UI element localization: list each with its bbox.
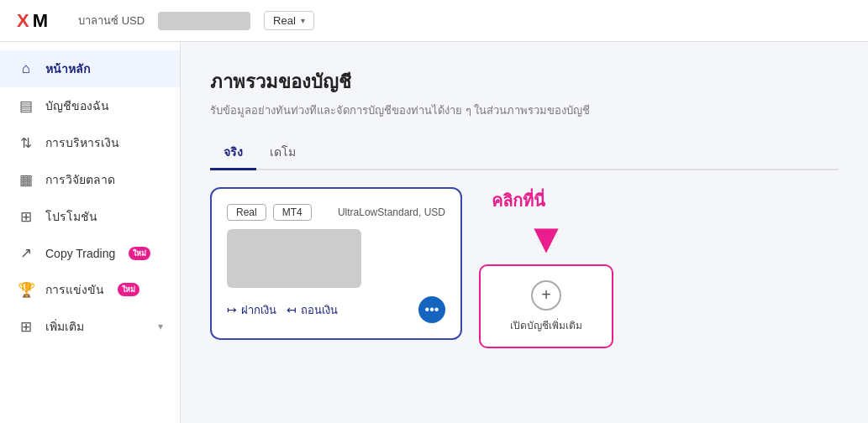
finance-icon: ⇅: [17, 134, 35, 152]
main-layout: ⌂ หน้าหลัก ▤ บัญชีของฉัน ⇅ การบริหารเงิน…: [0, 42, 868, 423]
more-options-button[interactable]: •••: [418, 296, 445, 323]
card-balance-placeholder: [227, 229, 361, 288]
sidebar-item-contest[interactable]: 🏆 การแข่งขัน ใหม่: [0, 271, 180, 308]
logo-x: X: [17, 10, 29, 32]
card-actions: ↦ ฝากเงิน ↤ ถอนเงิน •••: [227, 296, 445, 323]
chevron-down-icon: ▾: [301, 16, 305, 25]
withdraw-label: ถอนเงิน: [301, 301, 338, 319]
add-account-card[interactable]: + เปิดบัญชีเพิ่มเติม: [479, 264, 613, 348]
logo: XM: [17, 10, 48, 32]
tabs: จริง เดโม: [210, 136, 839, 170]
sidebar-item-copytrading[interactable]: ↗ Copy Trading ใหม่: [0, 235, 180, 271]
plus-label: +: [541, 285, 551, 305]
sidebar-item-label: Copy Trading: [45, 247, 115, 260]
click-here-label: คลิกที่นี่: [492, 187, 545, 214]
sidebar-item-label: การบริหารเงิน: [45, 133, 119, 152]
card-account-type: UltraLowStandard, USD: [338, 206, 445, 218]
card-tags: Real MT4 UltraLowStandard, USD: [227, 204, 445, 221]
page-title: ภาพรวมของบัญชี: [210, 67, 839, 97]
sidebar-item-home[interactable]: ⌂ หน้าหลัก: [0, 50, 180, 87]
sidebar-item-research[interactable]: ▦ การวิจัยตลาด: [0, 161, 180, 198]
sidebar-item-label: การวิจัยตลาด: [45, 170, 115, 189]
open-account-label: เปิดบัญชีเพิ่มเติม: [510, 317, 582, 333]
tab-real[interactable]: จริง: [210, 136, 256, 170]
arrow-down-icon: ▼: [525, 217, 567, 259]
deposit-icon: ↦: [227, 303, 237, 316]
copytrading-icon: ↗: [17, 244, 35, 262]
sidebar-item-finance[interactable]: ⇅ การบริหารเงิน: [0, 124, 180, 161]
sidebar: ⌂ หน้าหลัก ▤ บัญชีของฉัน ⇅ การบริหารเงิน…: [0, 42, 181, 423]
sidebar-item-more[interactable]: ⊞ เพิ่มเติม ▾: [0, 308, 180, 345]
contest-icon: 🏆: [17, 281, 35, 299]
home-icon: ⌂: [17, 60, 35, 77]
cards-area: Real MT4 UltraLowStandard, USD ↦ ฝากเงิน…: [210, 187, 839, 348]
balance-label: บาลานซ์ USD: [78, 12, 145, 29]
sidebar-item-label: การแข่งขัน: [45, 280, 104, 299]
sidebar-item-label: โปรโมชัน: [45, 207, 97, 226]
tag-real: Real: [227, 204, 266, 221]
logo-m: M: [33, 10, 48, 32]
page-subtitle: รับข้อมูลอย่างทันท่วงทีและจัดการบัญชีของ…: [210, 102, 839, 119]
chevron-down-icon: ▾: [158, 321, 163, 332]
sidebar-item-accounts[interactable]: ▤ บัญชีของฉัน: [0, 87, 180, 124]
account-type-selector[interactable]: Real ▾: [264, 11, 314, 30]
balance-value: [158, 12, 250, 30]
add-account-wrapper: คลิกที่นี่ ▼ + เปิดบัญชีเพิ่มเติม: [479, 187, 613, 348]
more-icon: ⊞: [17, 318, 35, 336]
account-type-label: Real: [273, 14, 296, 27]
accounts-icon: ▤: [17, 97, 35, 115]
add-circle-icon: +: [531, 280, 561, 311]
copytrading-badge: ใหม่: [129, 247, 150, 260]
withdraw-button[interactable]: ↤ ถอนเงิน: [287, 301, 338, 319]
main-content: ภาพรวมของบัญชี รับข้อมูลอย่างทันท่วงทีแล…: [181, 42, 868, 423]
header: XM บาลานซ์ USD Real ▾: [0, 0, 868, 42]
sidebar-item-label: บัญชีของฉัน: [45, 97, 109, 115]
sidebar-item-label: หน้าหลัก: [45, 60, 90, 78]
contest-badge: ใหม่: [118, 283, 139, 296]
sidebar-item-label: เพิ่มเติม: [45, 317, 84, 336]
deposit-label: ฝากเงิน: [241, 301, 276, 319]
tab-demo[interactable]: เดโม: [256, 136, 309, 170]
deposit-button[interactable]: ↦ ฝากเงิน: [227, 301, 276, 319]
research-icon: ▦: [17, 171, 35, 189]
sidebar-item-promo[interactable]: ⊞ โปรโมชัน: [0, 198, 180, 235]
tag-mt4: MT4: [273, 204, 312, 221]
more-dots-icon: •••: [425, 302, 439, 317]
promo-icon: ⊞: [17, 208, 35, 226]
account-card: Real MT4 UltraLowStandard, USD ↦ ฝากเงิน…: [210, 187, 462, 340]
withdraw-icon: ↤: [287, 303, 297, 316]
